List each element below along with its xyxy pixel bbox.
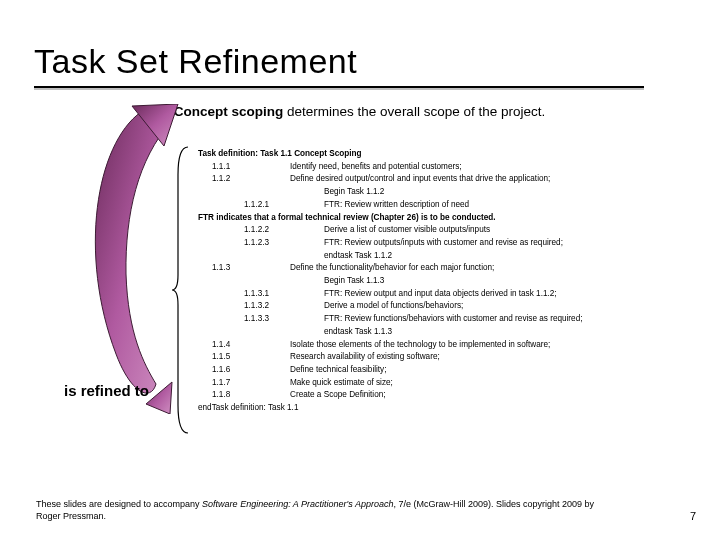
task-row: 1.1.8 Create a Scope Definition; [198, 389, 708, 402]
task-row: 1.1.6 Define technical feasibility; [198, 364, 708, 377]
slide-footer: These slides are designed to accompany S… [36, 498, 596, 522]
summary-rest: determines the overall scope of the proj… [283, 104, 545, 119]
task-row: 1.1.3.3 FTR: Review functions/behaviors … [198, 313, 708, 326]
task-row: 1.1.5 Research availability of existing … [198, 351, 708, 364]
is-refined-to-label: is refined to [64, 382, 149, 399]
endtask-row: endtask Task 1.1.2 [198, 250, 708, 263]
task-row: 1.1.3 Define the functionality/behavior … [198, 262, 708, 275]
curly-brace [172, 145, 192, 435]
ftr-note: FTR indicates that a formal technical re… [198, 212, 708, 225]
task-row: 1.1.2.2 Derive a list of customer visibl… [198, 224, 708, 237]
slide-title: Task Set Refinement [34, 42, 357, 81]
task-row: 1.1.2 Define desired output/control and … [198, 173, 708, 186]
endtask-row: endtask Task 1.1.3 [198, 326, 708, 339]
task-def-header: Task definition: Task 1.1 Concept Scopin… [198, 148, 708, 161]
task-row: 1.1.2.1 FTR: Review written description … [198, 199, 708, 212]
title-underline [34, 86, 644, 90]
task-row: 1.1.2.3 FTR: Review outputs/inputs with … [198, 237, 708, 250]
begin-task-row: Begin Task 1.1.3 [198, 275, 708, 288]
end-task-def: endTask definition: Task 1.1 [198, 402, 708, 415]
task-row: 1.1.3.2 Derive a model of functions/beha… [198, 300, 708, 313]
page-number: 7 [690, 510, 696, 522]
begin-task-row: Begin Task 1.1.2 [198, 186, 708, 199]
task-row: 1.1.4 Isolate those elements of the tech… [198, 339, 708, 352]
summary-paragraph: 1.1 Concept scoping determines the overa… [140, 103, 660, 121]
task-row: 1.1.3.1 FTR: Review output and input dat… [198, 288, 708, 301]
task-row: 1.1.7 Make quick estimate of size; [198, 377, 708, 390]
task-definition-block: Task definition: Task 1.1 Concept Scopin… [198, 148, 708, 415]
task-row: 1.1.1 Identify need, benefits and potent… [198, 161, 708, 174]
